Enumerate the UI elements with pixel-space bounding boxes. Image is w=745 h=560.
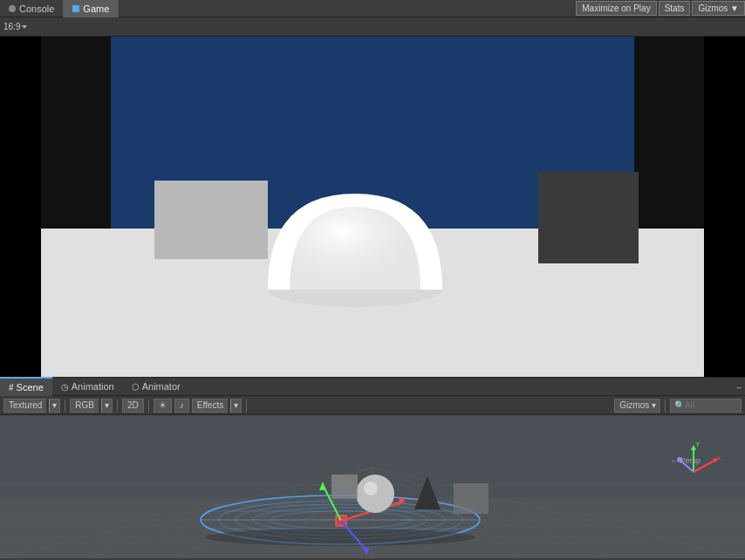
search-input[interactable] (685, 400, 737, 410)
tab-scene[interactable]: # Scene (0, 377, 52, 396)
rgb-dropdown[interactable]: RGB (70, 399, 99, 413)
sep2 (117, 400, 118, 412)
tab-animator[interactable]: ⬡ Animator (123, 377, 189, 396)
sound-icon: ♪ (180, 400, 184, 410)
game-scene (0, 37, 745, 377)
svg-rect-5 (538, 172, 639, 263)
aspect-ratio-dropdown[interactable]: 16:9 (3, 22, 27, 31)
animator-hex-icon: ⬡ (132, 382, 140, 392)
scene-3d-svg: Y X ← Persp (0, 415, 745, 558)
aspect-arrow-icon (22, 25, 27, 29)
effects-dropdown[interactable]: Effects (192, 399, 228, 413)
scene-hash-icon: # (9, 383, 14, 393)
svg-rect-46 (454, 483, 489, 514)
sep3 (148, 400, 149, 412)
gizmos-scene-dropdown[interactable]: Gizmos ▾ (614, 399, 660, 413)
effects-arrow[interactable]: ▾ (230, 399, 242, 413)
tab-game[interactable]: Game (64, 0, 119, 17)
minimize-button[interactable]: – (733, 382, 745, 392)
animation-clock-icon: ◷ (61, 382, 69, 392)
rgb-arrow[interactable]: ▾ (101, 399, 113, 413)
game-tab-label: Game (83, 3, 109, 14)
search-icon: 🔍 (674, 400, 685, 410)
scene-tab-label: Scene (17, 382, 44, 393)
svg-rect-45 (331, 475, 358, 499)
svg-text:X: X (716, 454, 721, 462)
console-icon (9, 5, 16, 12)
persp-label: ← Persp (670, 456, 701, 465)
maximize-on-play-button[interactable]: Maximize on Play (576, 1, 656, 16)
top-tab-bar: Console Game Maximize on Play Stats Gizm… (0, 0, 745, 17)
textured-dropdown[interactable]: Textured (3, 399, 46, 413)
sep5 (665, 400, 666, 412)
sound-button[interactable]: ♪ (174, 399, 189, 413)
stats-button[interactable]: Stats (659, 1, 691, 16)
svg-text:Y: Y (695, 440, 701, 448)
console-tab-label: Console (19, 3, 54, 14)
scene-tab-bar: # Scene ◷ Animation ⬡ Animator – (0, 377, 745, 396)
sun-icon: ☀ (159, 400, 167, 410)
search-container: 🔍 (670, 399, 742, 413)
game-toolbar: 16:9 (0, 17, 745, 37)
game-toolbar-right: Maximize on Play Stats Gizmos ▼ (576, 1, 745, 16)
animation-tab-label: Animation (72, 381, 114, 392)
sep1 (65, 400, 65, 412)
tab-console[interactable]: Console (0, 0, 64, 17)
bottom-panel: # Scene ◷ Animation ⬡ Animator – Texture… (0, 377, 745, 560)
svg-rect-4 (154, 181, 268, 259)
textured-arrow[interactable]: ▾ (49, 399, 60, 413)
game-scene-svg (41, 37, 704, 377)
animator-tab-label: Animator (142, 381, 181, 392)
game-view: 16:9 (0, 17, 745, 377)
svg-point-43 (364, 481, 378, 495)
game-icon (72, 5, 79, 12)
scene-viewport[interactable]: Y X ← Persp (0, 415, 745, 558)
sep4 (246, 400, 247, 412)
2d-button[interactable]: 2D (122, 399, 144, 413)
svg-point-34 (205, 529, 475, 546)
gizmos-button[interactable]: Gizmos ▼ (692, 1, 745, 16)
scene-toolbar: Textured ▾ RGB ▾ 2D ☀ ♪ Effects ▾ Gizmos… (0, 396, 745, 415)
tab-animation[interactable]: ◷ Animation (52, 377, 123, 396)
sun-button[interactable]: ☀ (154, 399, 172, 413)
aspect-ratio-label: 16:9 (3, 22, 20, 31)
